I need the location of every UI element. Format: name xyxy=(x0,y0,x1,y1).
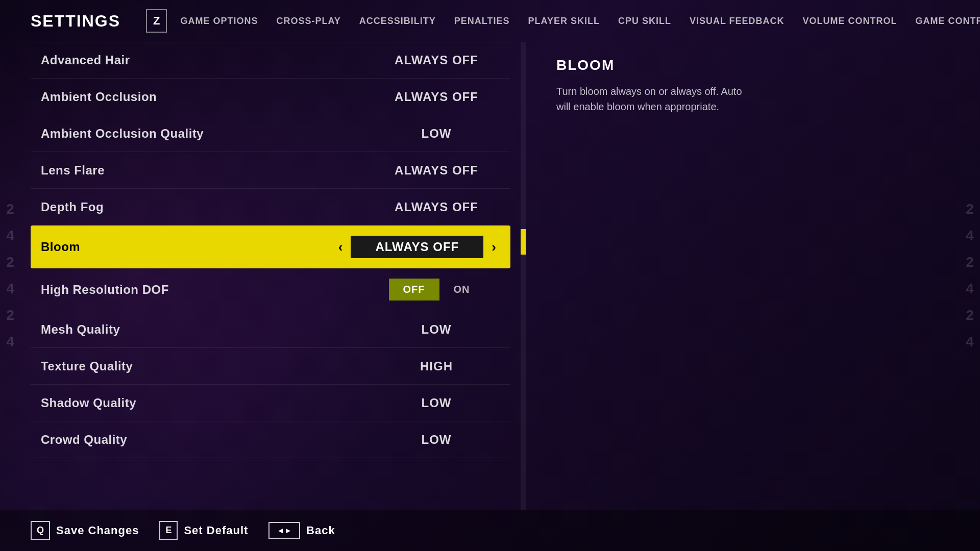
tab-accessibility[interactable]: ACCESSIBILITY xyxy=(350,11,445,32)
setting-row-crowd-quality[interactable]: Crowd Quality LOW xyxy=(31,421,510,458)
setting-row-ambient-occlusion-quality[interactable]: Ambient Occlusion Quality LOW xyxy=(31,115,510,152)
scrollbar-thumb[interactable] xyxy=(521,229,526,255)
tab-volume-control[interactable]: VOLUME CONTROL xyxy=(794,11,906,32)
header: SETTINGS Z GAME OPTIONS CROSS-PLAY ACCES… xyxy=(0,0,980,42)
content-area: Advanced Hair ALWAYS OFF Ambient Occlusi… xyxy=(0,42,980,510)
setting-value-depth-fog: ALWAYS OFF xyxy=(373,200,500,214)
info-title: BLOOM xyxy=(556,57,745,73)
tab-game-controls[interactable]: GAME CONTROLS xyxy=(906,11,980,32)
setting-label-crowd-quality: Crowd Quality xyxy=(41,433,373,447)
setting-row-texture-quality[interactable]: Texture Quality HIGH xyxy=(31,348,510,385)
info-description: Turn bloom always on or always off. Auto… xyxy=(556,84,745,114)
setting-value-bloom: ALWAYS OFF xyxy=(351,236,483,258)
default-label: Set Default xyxy=(184,524,248,537)
setting-row-advanced-hair[interactable]: Advanced Hair ALWAYS OFF xyxy=(31,42,510,79)
tab-game-options[interactable]: GAME OPTIONS xyxy=(171,11,267,32)
setting-value-texture-quality: HIGH xyxy=(373,359,500,373)
bloom-arrow-right[interactable]: › xyxy=(487,237,500,257)
setting-row-mesh-quality[interactable]: Mesh Quality LOW xyxy=(31,311,510,348)
setting-label-mesh-quality: Mesh Quality xyxy=(41,322,373,337)
back-label: Back xyxy=(306,524,335,537)
footer: Q Save Changes E Set Default ◄► Back xyxy=(0,510,980,551)
toggle-on-dof[interactable]: ON xyxy=(439,279,484,300)
setting-row-shadow-quality[interactable]: Shadow Quality LOW xyxy=(31,385,510,421)
info-panel: BLOOM Turn bloom always on or always off… xyxy=(536,42,766,510)
setting-label-advanced-hair: Advanced Hair xyxy=(41,53,373,67)
main-content: SETTINGS Z GAME OPTIONS CROSS-PLAY ACCES… xyxy=(0,0,980,551)
toggle-off-dof[interactable]: OFF xyxy=(389,279,439,300)
tab-player-skill[interactable]: PLAYER SKILL xyxy=(519,11,609,32)
setting-label-shadow-quality: Shadow Quality xyxy=(41,396,373,410)
setting-value-shadow-quality: LOW xyxy=(373,396,500,410)
toggle-wrapper-dof: OFF ON xyxy=(373,279,500,300)
setting-label-lens-flare: Lens Flare xyxy=(41,163,373,178)
setting-row-bloom[interactable]: Bloom ‹ ALWAYS OFF › xyxy=(31,226,510,268)
default-key: E xyxy=(159,521,178,540)
setting-value-lens-flare: ALWAYS OFF xyxy=(373,163,500,178)
save-changes-action[interactable]: Q Save Changes xyxy=(31,521,139,540)
left-bracket: Z xyxy=(146,9,167,33)
save-label: Save Changes xyxy=(56,524,139,537)
tab-visual-feedback[interactable]: VISUAL FEEDBACK xyxy=(680,11,794,32)
save-key: Q xyxy=(31,521,50,540)
setting-value-ambient-occlusion: ALWAYS OFF xyxy=(373,90,500,104)
back-action[interactable]: ◄► Back xyxy=(268,522,335,539)
setting-row-lens-flare[interactable]: Lens Flare ALWAYS OFF xyxy=(31,152,510,189)
setting-row-depth-fog[interactable]: Depth Fog ALWAYS OFF xyxy=(31,189,510,226)
tab-penalties[interactable]: PENALTIES xyxy=(445,11,519,32)
setting-value-mesh-quality: LOW xyxy=(373,322,500,337)
setting-row-high-resolution-dof[interactable]: High Resolution DOF OFF ON xyxy=(31,268,510,311)
bloom-arrow-left[interactable]: ‹ xyxy=(334,237,347,257)
tab-cross-play[interactable]: CROSS-PLAY xyxy=(267,11,350,32)
setting-value-advanced-hair: ALWAYS OFF xyxy=(373,53,500,67)
back-key: ◄► xyxy=(268,522,300,539)
nav-tabs: Z GAME OPTIONS CROSS-PLAY ACCESSIBILITY … xyxy=(146,9,980,33)
setting-label-ambient-occlusion: Ambient Occlusion xyxy=(41,90,373,104)
set-default-action[interactable]: E Set Default xyxy=(159,521,248,540)
setting-row-ambient-occlusion[interactable]: Ambient Occlusion ALWAYS OFF xyxy=(31,79,510,115)
tab-cpu-skill[interactable]: CPU SKILL xyxy=(609,11,680,32)
setting-value-wrapper-bloom: ‹ ALWAYS OFF › xyxy=(334,236,500,258)
page-title: SETTINGS xyxy=(31,12,120,31)
setting-label-ambient-occlusion-quality: Ambient Occlusion Quality xyxy=(41,127,373,141)
scrollbar[interactable] xyxy=(521,42,526,510)
setting-label-bloom: Bloom xyxy=(41,240,334,254)
setting-label-texture-quality: Texture Quality xyxy=(41,359,373,373)
setting-label-depth-fog: Depth Fog xyxy=(41,200,373,214)
setting-label-high-resolution-dof: High Resolution DOF xyxy=(41,283,373,297)
settings-list: Advanced Hair ALWAYS OFF Ambient Occlusi… xyxy=(31,42,510,510)
setting-value-ambient-occlusion-quality: LOW xyxy=(373,127,500,141)
setting-value-crowd-quality: LOW xyxy=(373,433,500,447)
